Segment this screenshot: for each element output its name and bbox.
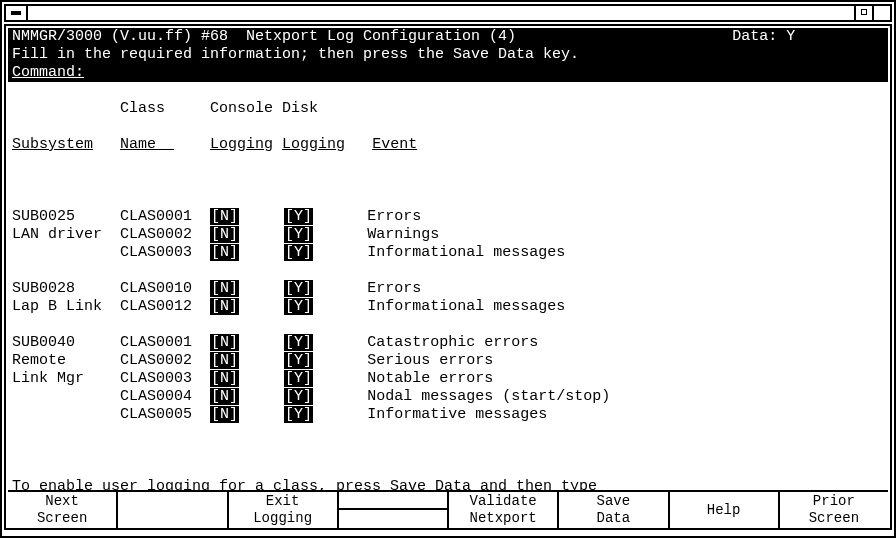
subsystem-cell <box>12 406 102 423</box>
subsystem-cell <box>12 388 102 405</box>
class-name-cell: CLAS0004 <box>120 388 192 405</box>
window-frame: NMMGR/3000 (V.uu.ff) #68 Netxport Log Co… <box>0 0 896 538</box>
event-cell: Informative messages <box>367 406 547 423</box>
disk-logging-field[interactable]: [Y] <box>284 334 313 351</box>
command-label: Command: <box>8 64 888 82</box>
log-row: Lap B Link CLAS0012 [N] [Y] Informationa… <box>12 298 884 316</box>
col-header-2: Subsystem Name Logging Logging Event <box>12 136 884 154</box>
log-row: CLAS0005 [N] [Y] Informative messages <box>12 406 884 424</box>
f2-blank[interactable] <box>118 492 228 528</box>
log-row: Remote CLAS0002 [N] [Y] Serious errors <box>12 352 884 370</box>
event-cell: Warnings <box>367 226 439 243</box>
event-cell: Catastrophic errors <box>367 334 538 351</box>
note-line-1: To enable user logging for a class, pres… <box>12 478 884 490</box>
disk-logging-field[interactable]: [Y] <box>284 226 313 243</box>
console-logging-field[interactable]: [N] <box>210 352 239 369</box>
subsystem-cell <box>12 244 102 261</box>
f3-exit-logging[interactable]: ExitLogging <box>229 492 339 528</box>
subsystem-cell: Lap B Link <box>12 298 102 315</box>
disk-logging-field[interactable]: [Y] <box>284 208 313 225</box>
console-logging-field[interactable]: [N] <box>210 388 239 405</box>
system-menu-icon[interactable] <box>6 6 28 20</box>
f5-validate-netxport[interactable]: ValidateNetxport <box>449 492 559 528</box>
log-row: Link Mgr CLAS0003 [N] [Y] Notable errors <box>12 370 884 388</box>
class-name-cell: CLAS0010 <box>120 280 192 297</box>
disk-logging-field[interactable]: [Y] <box>284 352 313 369</box>
class-name-cell: CLAS0001 <box>120 208 192 225</box>
command-prompt[interactable]: Command: <box>12 64 84 81</box>
softkey-row: NextScreen ExitLogging ValidateNetxport … <box>8 490 888 528</box>
log-row: SUB0025 CLAS0001 [N] [Y] Errors <box>12 208 884 226</box>
subsystem-cell: LAN driver <box>12 226 102 243</box>
maximize-box[interactable] <box>872 6 890 20</box>
class-name-cell: CLAS0003 <box>120 244 192 261</box>
f7-help[interactable]: Help <box>670 492 780 528</box>
data-flag: Data: Y <box>732 28 795 45</box>
subsystem-cell: SUB0040 <box>12 334 102 351</box>
disk-logging-field[interactable]: [Y] <box>284 244 313 261</box>
titlebar <box>4 4 892 22</box>
f4-blank[interactable] <box>339 492 449 528</box>
work-area: Class Console Disk Subsystem Name Loggin… <box>8 82 888 490</box>
log-row: LAN driver CLAS0002 [N] [Y] Warnings <box>12 226 884 244</box>
event-cell: Informational messages <box>367 298 565 315</box>
console-logging-field[interactable]: [N] <box>210 334 239 351</box>
minimize-box[interactable] <box>854 6 872 20</box>
disk-logging-field[interactable]: [Y] <box>284 298 313 315</box>
event-cell: Errors <box>367 208 421 225</box>
disk-logging-field[interactable]: [Y] <box>284 406 313 423</box>
subsystem-cell: Remote <box>12 352 102 369</box>
subsystem-cell: SUB0025 <box>12 208 102 225</box>
console-logging-field[interactable]: [N] <box>210 406 239 423</box>
event-cell: Informational messages <box>367 244 565 261</box>
class-name-cell: CLAS0003 <box>120 370 192 387</box>
f6-save-data[interactable]: SaveData <box>559 492 669 528</box>
event-cell: Nodal messages (start/stop) <box>367 388 610 405</box>
event-cell: Errors <box>367 280 421 297</box>
screen-title: NMMGR/3000 (V.uu.ff) #68 Netxport Log Co… <box>12 28 516 45</box>
disk-logging-field[interactable]: [Y] <box>284 370 313 387</box>
col-header-1: Class Console Disk <box>12 100 884 118</box>
console-logging-field[interactable]: [N] <box>210 298 239 315</box>
f8-prior-screen[interactable]: PriorScreen <box>780 492 888 528</box>
log-row: CLAS0003 [N] [Y] Informational messages <box>12 244 884 262</box>
event-cell: Notable errors <box>367 370 493 387</box>
class-name-cell: CLAS0001 <box>120 334 192 351</box>
console-logging-field[interactable]: [N] <box>210 208 239 225</box>
class-name-cell: CLAS0012 <box>120 298 192 315</box>
console-logging-field[interactable]: [N] <box>210 370 239 387</box>
console-logging-field[interactable]: [N] <box>210 226 239 243</box>
class-name-cell: CLAS0002 <box>120 352 192 369</box>
subsystem-cell: Link Mgr <box>12 370 102 387</box>
terminal-area: NMMGR/3000 (V.uu.ff) #68 Netxport Log Co… <box>4 24 892 530</box>
header-instruction: Fill in the required information; then p… <box>8 46 888 64</box>
log-row: SUB0040 CLAS0001 [N] [Y] Catastrophic er… <box>12 334 884 352</box>
class-name-cell: CLAS0005 <box>120 406 192 423</box>
console-logging-field[interactable]: [N] <box>210 244 239 261</box>
disk-logging-field[interactable]: [Y] <box>284 388 313 405</box>
event-cell: Serious errors <box>367 352 493 369</box>
console-logging-field[interactable]: [N] <box>210 280 239 297</box>
log-row: CLAS0004 [N] [Y] Nodal messages (start/s… <box>12 388 884 406</box>
header-line-1: NMMGR/3000 (V.uu.ff) #68 Netxport Log Co… <box>8 28 888 46</box>
disk-logging-field[interactable]: [Y] <box>284 280 313 297</box>
f1-next-screen[interactable]: NextScreen <box>8 492 118 528</box>
log-row: SUB0028 CLAS0010 [N] [Y] Errors <box>12 280 884 298</box>
subsystem-cell: SUB0028 <box>12 280 102 297</box>
class-name-cell: CLAS0002 <box>120 226 192 243</box>
